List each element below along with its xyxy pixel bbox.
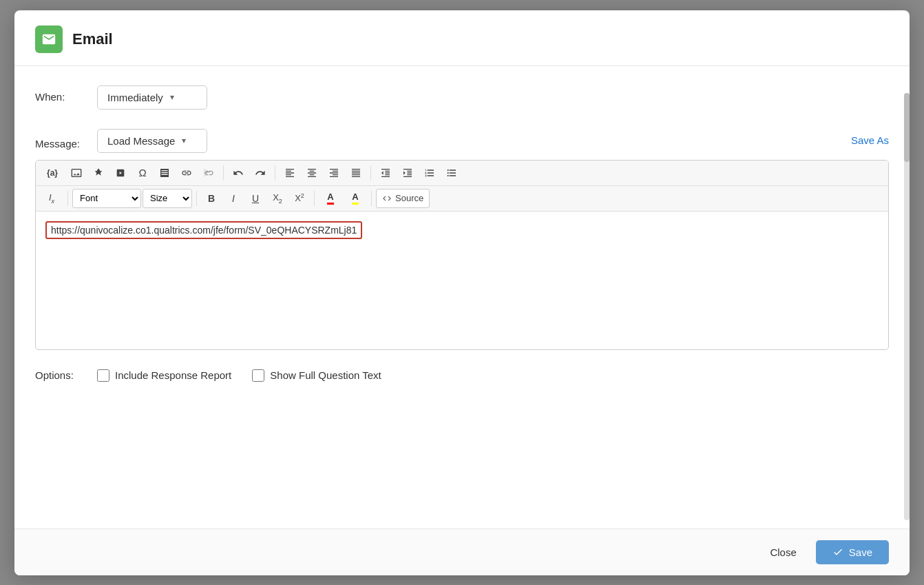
when-control: Immediately ▾ xyxy=(97,85,889,110)
underline-button[interactable]: U xyxy=(245,189,266,208)
source-button[interactable]: Source xyxy=(376,189,430,208)
scrollbar-track[interactable] xyxy=(904,93,910,520)
table-icon xyxy=(159,167,170,178)
load-message-dropdown[interactable]: Load Message ▾ xyxy=(97,129,207,153)
save-button[interactable]: Save xyxy=(816,540,889,564)
shapes-button[interactable] xyxy=(88,163,109,183)
clear-format-icon: Ix xyxy=(49,192,54,205)
chevron-down-icon: ▾ xyxy=(170,92,174,102)
email-modal: Email When: Immediately ▾ Message: Load … xyxy=(14,10,910,575)
align-center-icon xyxy=(306,167,317,178)
toolbar-separator-6 xyxy=(314,191,315,206)
highlight-color-icon: A xyxy=(352,192,358,205)
editor-content-area[interactable]: https://qunivocalize.co1.qualtrics.com/j… xyxy=(36,212,888,349)
options-label: Options: xyxy=(35,369,97,381)
unlink-button[interactable] xyxy=(198,163,219,183)
toolbar-row2: Ix Font Arial Times New Roman Size 8 xyxy=(36,186,888,212)
unlink-icon xyxy=(203,167,214,178)
show-full-question-checkbox[interactable] xyxy=(252,369,264,382)
email-icon-box xyxy=(35,25,63,53)
toolbar-row1: {a} Ω xyxy=(36,161,888,186)
when-label: When: xyxy=(35,85,97,103)
message-row: Message: Load Message ▾ Save As {a} xyxy=(35,129,889,350)
redo-icon xyxy=(255,167,266,178)
align-left-button[interactable] xyxy=(280,163,300,183)
undo-icon xyxy=(233,167,244,178)
chevron-down-icon: ▾ xyxy=(182,136,186,145)
source-icon xyxy=(382,194,392,203)
italic-button[interactable]: I xyxy=(223,189,244,208)
justify-icon xyxy=(350,167,361,178)
unordered-list-button[interactable] xyxy=(441,163,462,183)
image-icon xyxy=(71,167,82,178)
justify-button[interactable] xyxy=(346,163,366,183)
message-label-area: Message: Load Message ▾ xyxy=(35,129,207,153)
ordered-list-button[interactable] xyxy=(419,163,440,183)
modal-footer: Close Save xyxy=(14,528,910,575)
redo-button[interactable] xyxy=(250,163,271,183)
omega-button[interactable]: Ω xyxy=(132,163,153,183)
modal-header: Email xyxy=(14,10,910,66)
when-row: When: Immediately ▾ xyxy=(35,85,889,110)
table-button[interactable] xyxy=(154,163,175,183)
modal-title: Email xyxy=(72,30,113,48)
increase-indent-icon xyxy=(402,167,413,178)
toolbar-separator-1 xyxy=(223,165,224,181)
decrease-indent-icon xyxy=(380,167,391,178)
save-as-link[interactable]: Save As xyxy=(851,129,889,146)
options-row: Options: Include Response Report Show Fu… xyxy=(35,369,889,382)
merge-tag-button[interactable]: {a} xyxy=(40,163,65,183)
email-icon xyxy=(41,32,56,47)
include-response-report-checkbox[interactable] xyxy=(97,369,109,382)
image-button[interactable] xyxy=(66,163,87,183)
align-right-button[interactable] xyxy=(324,163,344,183)
editor-container: {a} Ω xyxy=(35,160,889,350)
message-label: Message: xyxy=(35,132,97,150)
subscript-button[interactable]: X2 xyxy=(267,189,288,208)
font-color-icon: A xyxy=(327,192,333,205)
ordered-list-icon xyxy=(424,167,435,178)
checkbox-group: Include Response Report Show Full Questi… xyxy=(97,369,381,382)
align-right-icon xyxy=(328,167,339,178)
check-icon xyxy=(832,546,843,557)
toolbar-buttons-row2: Ix Font Arial Times New Roman Size 8 xyxy=(40,189,884,208)
film-icon xyxy=(115,167,126,178)
increase-indent-button[interactable] xyxy=(397,163,418,183)
message-top-row: Message: Load Message ▾ Save As xyxy=(35,129,889,153)
font-color-button[interactable]: A xyxy=(319,189,342,208)
unordered-list-icon xyxy=(446,167,457,178)
undo-button[interactable] xyxy=(228,163,249,183)
modal-body: When: Immediately ▾ Message: Load Messag… xyxy=(14,66,910,528)
decrease-indent-button[interactable] xyxy=(375,163,396,183)
highlight-color-button[interactable]: A xyxy=(344,189,367,208)
size-select[interactable]: Size 8pt 10pt 12pt xyxy=(143,189,192,208)
toolbar-separator-3 xyxy=(370,165,371,181)
clear-format-button[interactable]: Ix xyxy=(40,189,63,208)
when-dropdown[interactable]: Immediately ▾ xyxy=(97,85,207,110)
superscript-button[interactable]: X2 xyxy=(289,189,310,208)
align-center-button[interactable] xyxy=(302,163,322,183)
font-select[interactable]: Font Arial Times New Roman xyxy=(72,189,141,208)
shapes-icon xyxy=(93,167,104,178)
toolbar-separator-2 xyxy=(275,165,275,181)
toolbar-separator-4 xyxy=(67,191,68,206)
include-response-report-label[interactable]: Include Response Report xyxy=(97,369,231,382)
toolbar-separator-7 xyxy=(371,191,372,206)
close-button[interactable]: Close xyxy=(759,541,807,564)
film-button[interactable] xyxy=(110,163,131,183)
link-button[interactable] xyxy=(176,163,197,183)
show-full-question-label[interactable]: Show Full Question Text xyxy=(252,369,381,382)
content-url[interactable]: https://qunivocalize.co1.qualtrics.com/j… xyxy=(45,221,362,239)
toolbar-buttons-row1: {a} Ω xyxy=(40,163,884,183)
toolbar-separator-5 xyxy=(196,191,197,206)
scrollbar-thumb[interactable] xyxy=(904,93,910,162)
bold-button[interactable]: B xyxy=(201,189,222,208)
link-icon xyxy=(181,167,192,178)
align-left-icon xyxy=(284,167,295,178)
